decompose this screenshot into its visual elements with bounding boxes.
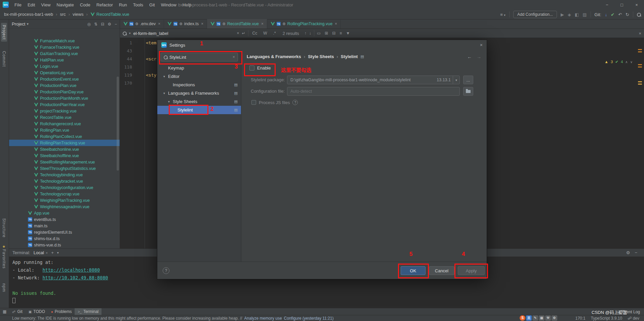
project-file[interactable]: TS Technologyscrap.vue	[9, 191, 120, 197]
tab-close-icon[interactable]: ×	[158, 21, 160, 26]
tool-button-favorites[interactable]: ★Favorites	[1, 242, 7, 271]
chevron-down-icon[interactable]: ▾	[453, 76, 459, 84]
chevron-down-icon[interactable]: ▾	[163, 91, 168, 95]
project-file[interactable]: TS Technologybinding.vue	[9, 172, 120, 178]
menu-item[interactable]: Git	[146, 0, 158, 9]
analyze-memory-link[interactable]: Analyze memory use	[244, 316, 282, 321]
settings-tree-item[interactable]: Stylelint ▤	[157, 106, 241, 114]
sort-icon[interactable]: ⇅	[94, 22, 97, 27]
git-revert-icon[interactable]: ↶	[618, 12, 622, 17]
breadcrumb-item[interactable]: src	[53, 12, 66, 17]
project-file[interactable]: TS RollingPlanTracking.vue	[9, 140, 120, 146]
maximize-button[interactable]: □	[614, 0, 629, 9]
clear-search-icon[interactable]: ×	[233, 55, 235, 59]
match-case-toggle[interactable]: Cc	[251, 31, 259, 36]
configure-link[interactable]: Configure (yesterday 11:21)	[284, 316, 334, 321]
browse-package-button[interactable]: ...	[463, 76, 473, 84]
profiler-icon[interactable]: ▨	[582, 12, 587, 17]
clear-search-icon[interactable]: ×	[237, 31, 239, 36]
menu-item[interactable]: Refactor	[93, 0, 116, 9]
project-file[interactable]: TS FurnaceTracking.vue	[9, 44, 120, 50]
menu-item[interactable]: Code	[77, 0, 93, 9]
project-file[interactable]: TS ProductionEvent.vue	[9, 76, 120, 82]
project-file[interactable]: TS registerElementUI.ts	[9, 229, 120, 235]
new-terminal-icon[interactable]: +	[51, 250, 54, 255]
chevron-down-icon[interactable]: ▾	[163, 75, 168, 78]
editor-tab[interactable]: TS ⚙ RollingPlanTracking.vue ×	[267, 19, 341, 29]
project-file[interactable]: TS eventBus.ts	[9, 216, 120, 223]
project-file[interactable]: TS ProductionPlan.vue	[9, 82, 120, 89]
find-input[interactable]	[133, 31, 234, 36]
ok-button[interactable]: OK	[401, 266, 426, 275]
back-icon[interactable]: ←	[467, 54, 472, 59]
project-file[interactable]: TS Technologybracket.vue	[9, 178, 120, 184]
menu-item[interactable]: Tools	[130, 0, 146, 9]
close-dialog-icon[interactable]: ×	[480, 42, 483, 48]
project-file[interactable]: TS Technologyconfiguration.vue	[9, 184, 120, 191]
search-everywhere-icon[interactable]	[637, 13, 641, 16]
editor-tab[interactable]: TS ⚙ RecordTable.vue ×	[207, 19, 267, 29]
next-problem-icon[interactable]: ∨	[630, 60, 633, 64]
run-configurations-icon[interactable]: ≡ ▾	[500, 12, 506, 17]
add-occurrence-icon[interactable]: ⊞	[325, 31, 328, 36]
menu-item[interactable]: Window	[158, 0, 179, 9]
settings-breadcrumb-item[interactable]: Stylelint	[334, 54, 358, 59]
settings-search-field[interactable]: ×	[161, 53, 238, 61]
ime-toolbox-icon[interactable]: ⚒	[545, 315, 551, 321]
project-file[interactable]: TS Steelbatchonline.vue	[9, 146, 120, 152]
close-find-icon[interactable]: ×	[639, 31, 641, 36]
project-file[interactable]: TS Login.vue	[9, 63, 120, 70]
ime-settings-icon[interactable]: ⚙	[552, 315, 557, 321]
project-view-selector[interactable]: Project	[12, 21, 25, 27]
menu-item[interactable]: Run	[116, 0, 130, 9]
browse-config-button[interactable]	[463, 87, 473, 96]
search-history-icon[interactable]: ▾	[129, 32, 131, 35]
chevron-down-icon[interactable]: ▾	[168, 100, 173, 103]
terminal-link[interactable]: http://localhost:8080	[42, 267, 100, 273]
tool-button-commit[interactable]: Commit	[1, 49, 7, 69]
settings-breadcrumb-item[interactable]: Languages & Frameworks	[247, 54, 301, 59]
apply-button[interactable]: Apply	[458, 266, 485, 275]
enable-checkbox[interactable]	[249, 65, 254, 71]
newline-search-icon[interactable]: ↵	[242, 31, 245, 36]
exclude-occurrence-icon[interactable]: ⊟	[332, 31, 335, 36]
project-file[interactable]: TS GaXianTracking.vue	[9, 50, 120, 57]
tab-close-icon[interactable]: ×	[261, 21, 264, 26]
breadcrumb-item[interactable]: RecordTable.vue	[83, 12, 129, 17]
project-file[interactable]: TS SteelRollingManagement.vue	[9, 159, 120, 165]
tool-button-npm[interactable]: npm	[1, 281, 7, 294]
tool-button-todo[interactable]: ▣ TODO	[26, 308, 48, 315]
debug-icon[interactable]: ◈	[568, 12, 571, 17]
inspections-widget[interactable]: ▲3 ✔4 ∧ ∨	[603, 59, 635, 65]
more-options-icon[interactable]: ≡	[339, 31, 342, 36]
project-file[interactable]: TS HaltPlan.vue	[9, 57, 120, 63]
project-file[interactable]: TS projectTracking.vue	[9, 108, 120, 114]
run-icon[interactable]: ▶	[561, 12, 564, 17]
project-file[interactable]: TS ProductionPlanMonth.vue	[9, 95, 120, 101]
help-icon[interactable]: ?	[292, 100, 298, 105]
help-button[interactable]: ?	[163, 267, 169, 274]
close-button[interactable]: ×	[629, 0, 644, 9]
words-toggle[interactable]: W	[262, 31, 268, 36]
gear-icon[interactable]: ⚙	[108, 22, 111, 27]
project-file[interactable]: TS RollingPlan.vue	[9, 127, 120, 133]
tool-button-git[interactable]: ☍ Git	[9, 308, 25, 315]
terminal-tab-local[interactable]: Local	[34, 250, 44, 255]
settings-tree-item[interactable]: Inspections ▤	[157, 81, 241, 89]
coverage-icon[interactable]: ◧	[575, 12, 579, 17]
add-configuration-button[interactable]: Add Configuration...	[513, 11, 557, 18]
project-file[interactable]: TS shims-vue.d.ts	[9, 242, 120, 248]
project-file[interactable]: TS SteelThroughputStatistics.vue	[9, 165, 120, 172]
project-file[interactable]: TS RecordTable.vue	[9, 114, 120, 121]
menu-item[interactable]: Edit	[25, 0, 38, 9]
next-occurrence-icon[interactable]: ↓	[309, 31, 311, 36]
project-file[interactable]: TS FurnaceMatch.vue	[9, 38, 120, 44]
git-history-icon[interactable]: ↻	[626, 12, 629, 17]
cancel-button[interactable]: Cancel	[429, 266, 454, 275]
minimize-button[interactable]: −	[600, 0, 614, 9]
previous-problem-icon[interactable]: ∧	[625, 60, 628, 64]
tool-button-project[interactable]: Project	[1, 23, 7, 42]
tool-button-structure[interactable]: Structure	[1, 216, 7, 240]
settings-breadcrumb-item[interactable]: Style Sheets	[301, 54, 334, 59]
terminal-settings-icon[interactable]: ⚙	[626, 250, 630, 255]
